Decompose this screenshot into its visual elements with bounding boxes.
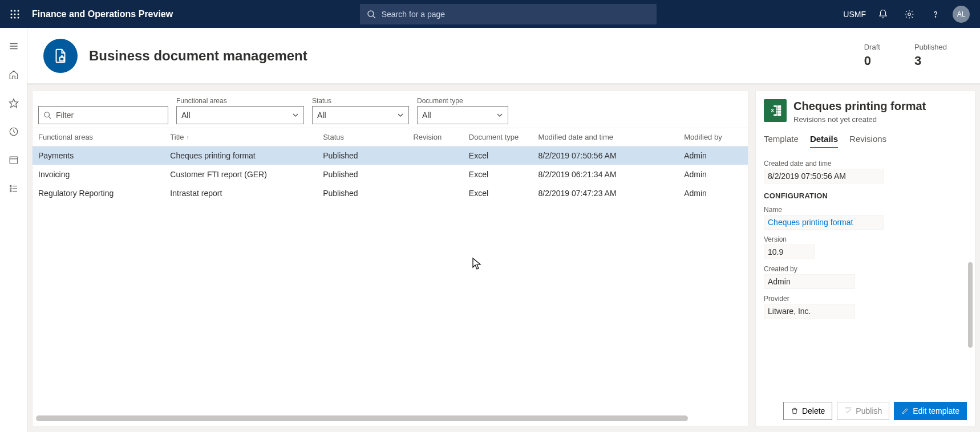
- name-value-link[interactable]: Cheques printing format: [764, 215, 884, 230]
- quick-filter[interactable]: [38, 106, 168, 124]
- svg-point-27: [44, 112, 50, 117]
- col-modified[interactable]: Modified date and time: [533, 128, 679, 146]
- col-revision[interactable]: Revision: [407, 128, 463, 146]
- cell-modified-by: Admin: [678, 165, 748, 184]
- help-icon[interactable]: [926, 5, 945, 23]
- quick-filter-input[interactable]: [56, 111, 163, 120]
- svg-point-0: [11, 10, 13, 11]
- tab-revisions[interactable]: Revisions: [849, 131, 886, 148]
- tab-details[interactable]: Details: [810, 131, 838, 148]
- horizontal-scrollbar[interactable]: [36, 414, 744, 422]
- workspace-icon[interactable]: [2, 149, 25, 172]
- filter-bar: Functional areas All Status All: [33, 91, 748, 128]
- functional-areas-value: All: [181, 111, 191, 120]
- gear-icon[interactable]: [900, 5, 918, 23]
- svg-point-8: [18, 17, 19, 18]
- cell-modified: 8/2/2019 07:47:23 AM: [533, 184, 679, 203]
- col-status[interactable]: Status: [317, 128, 407, 146]
- stat-draft[interactable]: Draft 0: [864, 43, 880, 68]
- chevron-down-icon: [292, 112, 299, 119]
- version-label: Version: [764, 235, 965, 243]
- global-search-input[interactable]: [382, 10, 650, 19]
- functional-areas-dropdown[interactable]: All: [176, 106, 304, 124]
- col-document-type[interactable]: Document type: [463, 128, 533, 146]
- avatar[interactable]: AL: [953, 6, 970, 23]
- bell-icon[interactable]: [874, 5, 892, 23]
- table-row[interactable]: Regulatory Reporting Intrastat report Pu…: [33, 184, 748, 203]
- svg-rect-18: [10, 157, 18, 164]
- top-bar: Finance and Operations Preview USMF AL: [0, 0, 980, 28]
- svg-rect-26: [60, 57, 64, 60]
- document-type-filter-label: Document type: [417, 97, 508, 105]
- status-filter-value: All: [317, 111, 326, 120]
- stat-published[interactable]: Published 3: [914, 43, 947, 68]
- edit-template-label: Edit template: [913, 406, 959, 415]
- provider-value: Litware, Inc.: [764, 304, 855, 319]
- vertical-scrollbar[interactable]: [968, 262, 973, 348]
- table-row[interactable]: Payments Cheques printing format Publish…: [33, 146, 748, 165]
- cell-functional-area: Invoicing: [33, 165, 164, 184]
- excel-icon: X: [764, 99, 787, 122]
- svg-point-5: [18, 13, 19, 15]
- tab-template[interactable]: Template: [764, 131, 799, 148]
- cell-revision: [407, 165, 463, 184]
- svg-point-4: [14, 13, 16, 15]
- cell-revision: [407, 146, 463, 165]
- publish-button: Publish: [837, 402, 889, 420]
- home-icon[interactable]: [2, 63, 25, 86]
- details-tabs: Template Details Revisions: [764, 131, 967, 148]
- col-functional-areas[interactable]: Functional areas: [33, 128, 164, 146]
- svg-line-10: [373, 16, 375, 18]
- publish-label: Publish: [856, 406, 882, 415]
- delete-button[interactable]: Delete: [783, 402, 832, 420]
- svg-point-11: [908, 13, 911, 15]
- version-value: 10.9: [764, 244, 815, 259]
- document-type-dropdown[interactable]: All: [417, 106, 508, 124]
- created-by-value: Admin: [764, 274, 855, 289]
- chevron-down-icon: [496, 112, 503, 119]
- star-icon[interactable]: [2, 92, 25, 115]
- stat-draft-label: Draft: [864, 43, 880, 51]
- details-title: Cheques printing format: [793, 99, 926, 113]
- created-date-label: Created date and time: [764, 160, 965, 168]
- svg-line-28: [49, 117, 51, 119]
- cell-modified-by: Admin: [678, 146, 748, 165]
- svg-point-12: [935, 16, 936, 17]
- status-filter-label: Status: [312, 97, 409, 105]
- search-icon: [367, 10, 376, 19]
- page-title: Business document management: [89, 48, 853, 64]
- cell-dtype: Excel: [463, 165, 533, 184]
- cell-status: Published: [317, 165, 407, 184]
- publish-icon: [844, 407, 852, 415]
- chevron-down-icon: [397, 112, 404, 119]
- stat-draft-value: 0: [864, 54, 880, 68]
- document-type-filter-value: All: [422, 111, 431, 120]
- cell-modified: 8/2/2019 06:21:34 AM: [533, 165, 679, 184]
- cell-dtype: Excel: [463, 146, 533, 165]
- company-code[interactable]: USMF: [843, 10, 866, 19]
- svg-point-24: [10, 190, 11, 191]
- svg-point-9: [368, 11, 374, 17]
- status-dropdown[interactable]: All: [312, 106, 409, 124]
- clock-icon[interactable]: [2, 120, 25, 143]
- app-launcher-icon[interactable]: [5, 4, 25, 25]
- delete-label: Delete: [802, 406, 825, 415]
- col-title[interactable]: Title↑: [164, 128, 317, 146]
- svg-point-7: [14, 17, 16, 18]
- cell-functional-area: Payments: [33, 146, 164, 165]
- hamburger-icon[interactable]: [2, 35, 25, 58]
- configuration-heading: CONFIGURATION: [764, 191, 965, 200]
- cell-modified-by: Admin: [678, 184, 748, 203]
- filter-icon: [43, 111, 51, 119]
- col-modified-by[interactable]: Modified by: [678, 128, 748, 146]
- modules-icon[interactable]: [2, 177, 25, 200]
- name-label: Name: [764, 206, 965, 214]
- table-row[interactable]: Invoicing Customer FTI report (GER) Publ…: [33, 165, 748, 184]
- document-grid: Functional areas Title↑ Status Revision …: [33, 128, 748, 203]
- trash-icon: [791, 407, 799, 415]
- details-panel: X Cheques printing format Revisions not …: [755, 91, 975, 426]
- cell-modified: 8/2/2019 07:50:56 AM: [533, 146, 679, 165]
- edit-template-button[interactable]: Edit template: [894, 402, 967, 420]
- global-search[interactable]: [360, 4, 657, 25]
- grid-card: Functional areas All Status All: [32, 91, 748, 426]
